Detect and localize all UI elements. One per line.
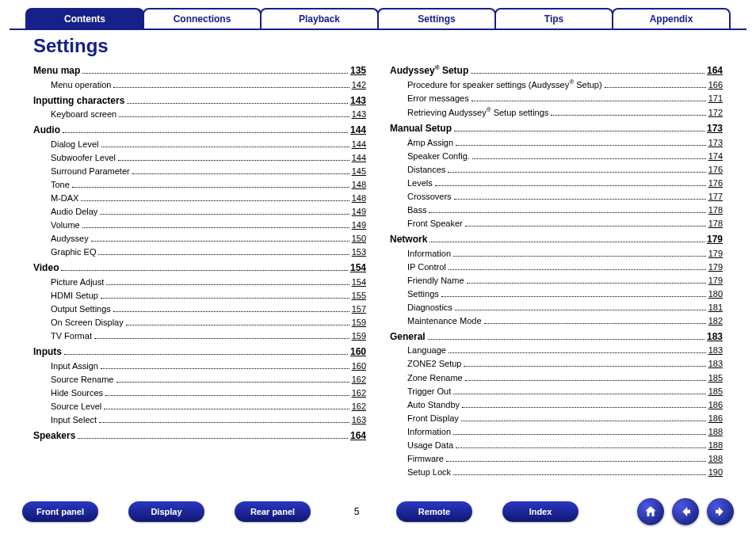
toc-entry[interactable]: Language183 <box>390 344 723 357</box>
toc-entry[interactable]: Picture Adjust154 <box>33 276 366 289</box>
tab-connections[interactable]: Connections <box>143 8 262 29</box>
toc-page-link[interactable]: 185 <box>708 371 723 385</box>
toc-entry[interactable]: Levels176 <box>390 177 723 190</box>
toc-page-link[interactable]: 180 <box>708 287 723 301</box>
toc-page-link[interactable]: 179 <box>708 261 723 274</box>
toc-entry[interactable]: HDMI Setup155 <box>33 289 366 303</box>
toc-page-link[interactable]: 142 <box>352 78 366 92</box>
toc-entry[interactable]: Audyssey150 <box>33 232 366 246</box>
front-panel-button[interactable]: Front panel <box>22 501 98 522</box>
toc-page-link[interactable]: 183 <box>708 357 723 371</box>
toc-entry[interactable]: Audio144 <box>33 123 366 138</box>
toc-entry[interactable]: Speakers164 <box>33 428 366 444</box>
toc-page-link[interactable]: 188 <box>708 439 723 452</box>
toc-entry[interactable]: Maintenance Mode182 <box>390 314 723 328</box>
rear-panel-button[interactable]: Rear panel <box>235 501 311 522</box>
tab-playback[interactable]: Playback <box>260 8 379 29</box>
tab-settings[interactable]: Settings <box>377 8 496 29</box>
toc-page-link[interactable]: 143 <box>352 108 366 121</box>
toc-entry[interactable]: General183 <box>390 329 723 345</box>
toc-page-link[interactable]: 159 <box>352 329 366 343</box>
toc-page-link[interactable]: 181 <box>708 301 723 314</box>
toc-entry[interactable]: Retrieving Audyssey® Setup settings172 <box>390 105 723 120</box>
toc-entry[interactable]: Video154 <box>33 261 366 276</box>
toc-entry[interactable]: Friendly Name179 <box>390 274 723 287</box>
toc-entry[interactable]: Volume149 <box>33 219 366 232</box>
toc-page-link[interactable]: 164 <box>707 63 723 78</box>
toc-page-link[interactable]: 172 <box>708 106 723 120</box>
toc-page-link[interactable]: 190 <box>708 466 723 479</box>
toc-page-link[interactable]: 173 <box>707 121 723 136</box>
back-icon[interactable] <box>672 498 699 525</box>
index-button[interactable]: Index <box>502 501 578 522</box>
toc-entry[interactable]: Amp Assign173 <box>390 136 723 150</box>
toc-page-link[interactable]: 176 <box>708 163 723 177</box>
toc-page-link[interactable]: 162 <box>352 373 366 386</box>
toc-page-link[interactable]: 173 <box>708 136 723 150</box>
display-button[interactable]: Display <box>128 501 204 522</box>
toc-page-link[interactable]: 166 <box>708 78 723 92</box>
toc-page-link[interactable]: 144 <box>350 123 366 138</box>
toc-entry[interactable]: Audyssey® Setup164 <box>390 63 723 78</box>
toc-entry[interactable]: Distances176 <box>390 163 723 177</box>
toc-page-link[interactable]: 178 <box>708 217 723 230</box>
toc-entry[interactable]: Front Speaker178 <box>390 217 723 230</box>
toc-entry[interactable]: Tone148 <box>33 178 366 192</box>
toc-page-link[interactable]: 164 <box>350 428 366 444</box>
toc-entry[interactable]: Firmware188 <box>390 452 723 466</box>
toc-page-link[interactable]: 150 <box>352 232 366 246</box>
toc-page-link[interactable]: 155 <box>352 289 366 303</box>
toc-entry[interactable]: Information188 <box>390 425 723 439</box>
toc-page-link[interactable]: 157 <box>352 303 366 316</box>
toc-page-link[interactable]: 149 <box>352 205 366 219</box>
toc-page-link[interactable]: 188 <box>708 425 723 439</box>
toc-entry[interactable]: Bass178 <box>390 204 723 217</box>
toc-page-link[interactable]: 171 <box>708 92 723 105</box>
toc-page-link[interactable]: 154 <box>350 261 366 276</box>
toc-entry[interactable]: Menu map135 <box>33 63 366 78</box>
toc-entry[interactable]: Crossovers177 <box>390 190 723 204</box>
toc-entry[interactable]: Settings180 <box>390 287 723 301</box>
tab-contents[interactable]: Contents <box>25 8 144 29</box>
toc-entry[interactable]: Output Settings157 <box>33 303 366 316</box>
toc-page-link[interactable]: 174 <box>708 150 723 163</box>
toc-page-link[interactable]: 144 <box>352 138 366 151</box>
toc-entry[interactable]: M-DAX148 <box>33 192 366 205</box>
tab-tips[interactable]: Tips <box>494 8 613 29</box>
remote-button[interactable]: Remote <box>396 501 472 522</box>
toc-entry[interactable]: TV Format159 <box>33 329 366 343</box>
toc-entry[interactable]: Trigger Out185 <box>390 385 723 398</box>
toc-entry[interactable]: Information179 <box>390 247 723 261</box>
toc-entry[interactable]: Subwoofer Level144 <box>33 151 366 165</box>
toc-page-link[interactable]: 183 <box>708 344 723 357</box>
toc-entry[interactable]: Network179 <box>390 232 723 247</box>
toc-page-link[interactable]: 153 <box>352 246 366 259</box>
toc-entry[interactable]: Source Level162 <box>33 400 366 413</box>
toc-page-link[interactable]: 177 <box>708 190 723 204</box>
toc-page-link[interactable]: 182 <box>708 314 723 328</box>
toc-page-link[interactable]: 188 <box>708 452 723 466</box>
toc-page-link[interactable]: 186 <box>708 412 723 425</box>
toc-page-link[interactable]: 178 <box>708 204 723 217</box>
toc-entry[interactable]: Source Rename162 <box>33 373 366 386</box>
toc-page-link[interactable]: 148 <box>352 178 366 192</box>
toc-entry[interactable]: Inputs160 <box>33 345 366 360</box>
toc-page-link[interactable]: 135 <box>350 63 366 78</box>
toc-page-link[interactable]: 185 <box>708 385 723 398</box>
toc-entry[interactable]: Surround Parameter145 <box>33 165 366 178</box>
toc-entry[interactable]: Auto Standby186 <box>390 398 723 412</box>
toc-entry[interactable]: Input Select163 <box>33 413 366 427</box>
toc-entry[interactable]: Input Assign160 <box>33 360 366 373</box>
home-icon[interactable] <box>637 498 664 525</box>
toc-entry[interactable]: Graphic EQ153 <box>33 246 366 259</box>
toc-page-link[interactable]: 144 <box>352 151 366 165</box>
toc-page-link[interactable]: 148 <box>352 192 366 205</box>
toc-entry[interactable]: On Screen Display159 <box>33 316 366 329</box>
toc-page-link[interactable]: 162 <box>352 386 366 400</box>
toc-page-link[interactable]: 159 <box>352 316 366 329</box>
toc-entry[interactable]: Diagnostics181 <box>390 301 723 314</box>
toc-page-link[interactable]: 163 <box>352 413 366 427</box>
toc-page-link[interactable]: 160 <box>352 360 366 373</box>
toc-entry[interactable]: Audio Delay149 <box>33 205 366 219</box>
toc-page-link[interactable]: 160 <box>350 345 366 360</box>
